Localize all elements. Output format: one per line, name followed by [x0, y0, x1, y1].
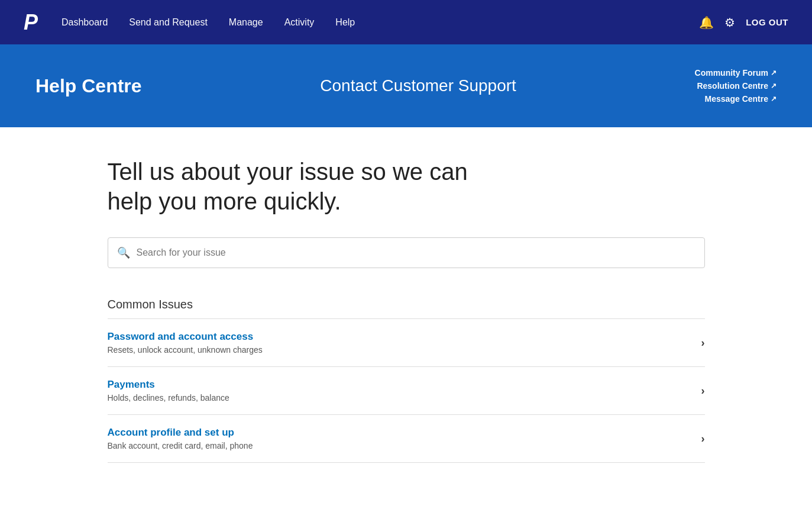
common-issues-title: Common Issues	[108, 298, 705, 311]
logout-button[interactable]: LOG OUT	[746, 17, 788, 27]
search-input[interactable]	[108, 237, 705, 268]
issue-subtitle-account-profile: Bank account, credit card, email, phone	[108, 441, 253, 450]
search-icon: 🔍	[117, 246, 130, 259]
issue-item-account-profile[interactable]: Account profile and set up Bank account,…	[108, 415, 705, 463]
nav-manage[interactable]: Manage	[229, 17, 263, 28]
nav-dashboard[interactable]: Dashboard	[62, 17, 108, 28]
nav-right: 🔔 ⚙ LOG OUT	[699, 15, 788, 30]
page-headline: Tell us about your issue so we can help …	[108, 157, 510, 216]
issue-item-password[interactable]: Password and account access Resets, unlo…	[108, 319, 705, 367]
issue-subtitle-payments: Holds, declines, refunds, balance	[108, 393, 229, 402]
issue-title-payments: Payments	[108, 379, 229, 391]
external-link-icon-3: ↗	[771, 95, 777, 103]
resolution-centre-label: Resolution Centre	[697, 81, 768, 91]
external-link-icon-1: ↗	[771, 69, 777, 77]
help-centre-title: Help Centre	[35, 75, 142, 97]
chevron-right-icon-2: ›	[701, 385, 705, 397]
help-right-links: Community Forum ↗ Resolution Centre ↗ Me…	[695, 68, 777, 104]
nav-links: Dashboard Send and Request Manage Activi…	[62, 17, 699, 28]
chevron-right-icon-1: ›	[701, 337, 705, 349]
message-centre-label: Message Centre	[705, 94, 768, 104]
issue-subtitle-password: Resets, unlock account, unknown charges	[108, 345, 263, 355]
main-content: Tell us about your issue so we can help …	[96, 127, 717, 487]
help-banner: Help Centre Contact Customer Support Com…	[0, 44, 812, 127]
nav-send-and-request[interactable]: Send and Request	[129, 17, 208, 28]
issue-item-payments[interactable]: Payments Holds, declines, refunds, balan…	[108, 367, 705, 415]
issue-title-password: Password and account access	[108, 331, 263, 343]
resolution-centre-link[interactable]: Resolution Centre ↗	[697, 81, 777, 91]
issue-title-account-profile: Account profile and set up	[108, 427, 253, 439]
contact-support-link[interactable]: Contact Customer Support	[320, 76, 516, 95]
chevron-right-icon-3: ›	[701, 433, 705, 445]
search-container: 🔍	[108, 237, 705, 268]
paypal-logo[interactable]: P	[24, 10, 38, 35]
top-navigation: P Dashboard Send and Request Manage Acti…	[0, 0, 812, 44]
issues-list: Password and account access Resets, unlo…	[108, 318, 705, 463]
community-forum-label: Community Forum	[695, 68, 768, 78]
issue-content-account-profile: Account profile and set up Bank account,…	[108, 427, 253, 450]
gear-icon[interactable]: ⚙	[724, 15, 735, 30]
issue-content-payments: Payments Holds, declines, refunds, balan…	[108, 379, 229, 402]
notification-icon[interactable]: 🔔	[699, 15, 714, 30]
issue-content-password: Password and account access Resets, unlo…	[108, 331, 263, 355]
community-forum-link[interactable]: Community Forum ↗	[695, 68, 777, 78]
nav-activity[interactable]: Activity	[284, 17, 315, 28]
external-link-icon-2: ↗	[771, 82, 777, 90]
nav-help[interactable]: Help	[335, 17, 355, 28]
message-centre-link[interactable]: Message Centre ↗	[705, 94, 777, 104]
